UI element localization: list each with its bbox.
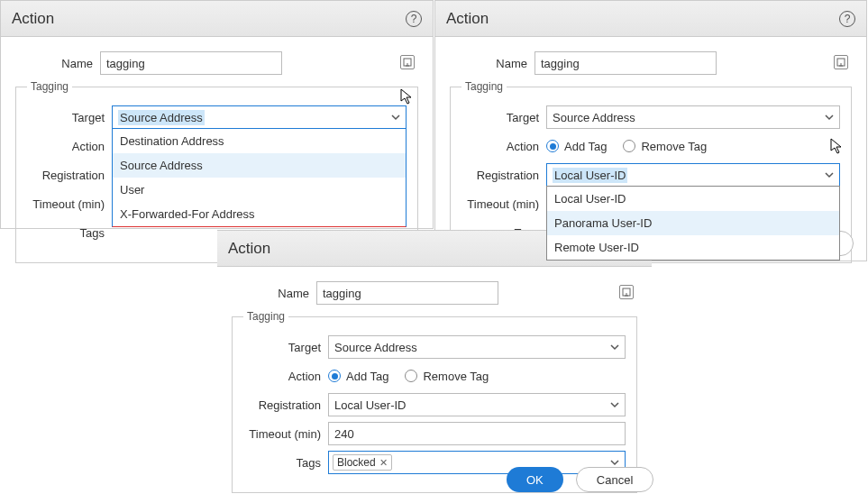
- chevron-down-icon: [610, 343, 619, 352]
- radio-label: Remove Tag: [641, 140, 707, 153]
- registration-option-remote[interactable]: Remote User-ID: [547, 235, 839, 260]
- tagging-fieldset: Tagging Target Source Address Action Add…: [232, 310, 637, 493]
- radio-remove-tag[interactable]: Remove Tag: [405, 370, 489, 383]
- radio-add-tag[interactable]: Add Tag: [546, 140, 607, 153]
- tagging-legend: Tagging: [27, 80, 72, 93]
- registration-value: Local User-ID: [334, 398, 406, 412]
- radio-label: Add Tag: [564, 140, 607, 153]
- input-marker-icon: [834, 55, 848, 69]
- target-select[interactable]: Source Address: [112, 105, 407, 129]
- cursor-icon: [829, 137, 845, 157]
- registration-label: Registration: [243, 398, 328, 412]
- registration-option-local[interactable]: Local User-ID: [547, 187, 839, 211]
- registration-label: Registration: [461, 169, 546, 182]
- target-label: Target: [243, 341, 328, 354]
- ok-button[interactable]: OK: [507, 467, 563, 492]
- cancel-button[interactable]: Cancel: [576, 467, 653, 492]
- registration-select[interactable]: Local User-ID: [546, 163, 840, 187]
- registration-dropdown: Local User-ID Panorama User-ID Remote Us…: [546, 186, 840, 261]
- radio-label: Remove Tag: [423, 370, 489, 383]
- radio-add-tag[interactable]: Add Tag: [328, 370, 388, 383]
- target-row: Target Source Address: [243, 335, 626, 359]
- chevron-down-icon: [610, 400, 619, 409]
- panel-title: Action: [12, 10, 54, 28]
- input-marker-icon: [400, 55, 415, 69]
- timeout-input[interactable]: [328, 422, 626, 445]
- name-row: Name: [15, 51, 418, 75]
- name-label: Name: [15, 57, 100, 70]
- tag-text: Blocked: [337, 456, 376, 469]
- name-label: Name: [232, 287, 316, 300]
- chevron-down-icon: [825, 170, 834, 179]
- name-row: Name: [450, 51, 852, 75]
- timeout-row: Timeout (min): [243, 422, 626, 445]
- target-option-user[interactable]: User: [113, 178, 406, 202]
- tags-label: Tags: [243, 456, 328, 470]
- radio-icon: [405, 370, 417, 382]
- registration-value: Local User-ID: [553, 168, 627, 183]
- target-option-destination-address[interactable]: Destination Address: [113, 129, 406, 153]
- action-label: Action: [243, 370, 328, 383]
- chevron-down-icon: [825, 113, 834, 122]
- target-select[interactable]: Source Address: [328, 335, 626, 359]
- target-row: Target Source Address Destination Addres…: [27, 105, 407, 129]
- chevron-down-icon: [391, 113, 400, 122]
- target-row: Target Source Address: [461, 105, 840, 129]
- registration-option-panorama[interactable]: Panorama User-ID: [547, 211, 839, 235]
- target-option-source-address[interactable]: Source Address: [113, 153, 406, 178]
- registration-label: Registration: [27, 169, 112, 182]
- name-row: Name: [232, 281, 637, 305]
- registration-row: Registration Local User-ID: [243, 393, 626, 416]
- panel-title: Action: [228, 240, 270, 258]
- action-label: Action: [27, 140, 112, 153]
- input-marker-icon: [619, 285, 634, 299]
- chevron-down-icon: [610, 458, 619, 467]
- panel-title: Action: [446, 10, 489, 28]
- action-panel-3: Action ? Name Tagging Target Source Addr…: [217, 230, 652, 500]
- name-input-wrap: [535, 51, 852, 75]
- name-input-wrap: [100, 51, 418, 75]
- name-input[interactable]: [316, 281, 498, 305]
- panel3-buttons: OK Cancel: [507, 467, 653, 492]
- target-value: Source Address: [553, 111, 635, 124]
- close-icon[interactable]: ✕: [379, 457, 388, 469]
- radio-icon: [623, 140, 635, 152]
- target-label: Target: [461, 111, 546, 124]
- timeout-label: Timeout (min): [243, 427, 328, 441]
- tags-label: Tags: [27, 226, 112, 240]
- name-label: Name: [450, 57, 535, 70]
- target-value: Source Address: [334, 341, 417, 354]
- action-panel-2: Action ? Name Tagging Target Source Addr…: [434, 0, 867, 261]
- radio-label: Add Tag: [346, 370, 388, 383]
- target-option-x-forwarded-for[interactable]: X-Forwarded-For Address: [113, 202, 406, 226]
- name-input[interactable]: [535, 51, 717, 75]
- timeout-label: Timeout (min): [461, 197, 546, 211]
- action-radio-group: Add Tag Remove Tag: [546, 140, 840, 153]
- registration-row: Registration Local User-ID Local User-ID…: [461, 163, 840, 187]
- target-dropdown: Destination Address Source Address User …: [112, 128, 407, 227]
- target-select[interactable]: Source Address: [546, 105, 840, 129]
- registration-select[interactable]: Local User-ID: [328, 393, 626, 416]
- cursor-icon: [399, 87, 416, 107]
- action-label: Action: [461, 140, 546, 153]
- action-radio-group: Add Tag Remove Tag: [328, 370, 626, 383]
- help-icon[interactable]: ?: [839, 11, 855, 27]
- radio-remove-tag[interactable]: Remove Tag: [623, 140, 707, 153]
- action-row: Action Add Tag Remove Tag: [243, 364, 626, 388]
- target-value: Source Address: [118, 110, 205, 125]
- panel-header: Action ?: [1, 1, 433, 37]
- panel-header: Action ?: [435, 1, 866, 37]
- help-icon[interactable]: ?: [406, 11, 422, 27]
- tagging-legend: Tagging: [461, 80, 507, 93]
- tagging-legend: Tagging: [243, 310, 288, 323]
- target-label: Target: [27, 111, 112, 124]
- timeout-label: Timeout (min): [27, 197, 112, 211]
- name-input-wrap: [316, 281, 637, 305]
- radio-icon: [328, 370, 341, 382]
- radio-icon: [546, 140, 559, 152]
- action-panel-1: Action ? Name Tagging Target Source Addr…: [0, 0, 434, 229]
- tag-chip-blocked[interactable]: Blocked ✕: [333, 454, 392, 471]
- action-row: Action Add Tag Remove Tag: [461, 134, 840, 158]
- name-input[interactable]: [100, 51, 282, 75]
